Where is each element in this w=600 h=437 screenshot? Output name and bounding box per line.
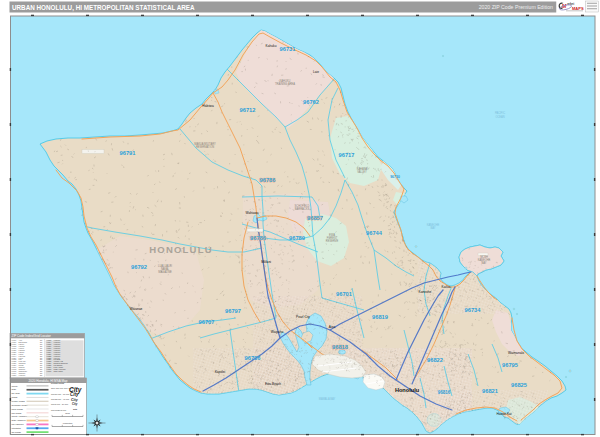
svg-text:96792: 96792	[131, 264, 147, 270]
svg-text:96762: 96762	[303, 99, 319, 105]
svg-text:City: City	[70, 392, 79, 397]
svg-text:96707: 96707	[199, 319, 215, 325]
svg-text:City: City	[71, 398, 79, 402]
svg-text:96797: 96797	[225, 308, 241, 314]
svg-text:96717: 96717	[339, 152, 355, 158]
svg-text:Kapolei: Kapolei	[215, 370, 226, 374]
svg-text:96712: 96712	[240, 107, 256, 113]
svg-text:96801: 96801	[12, 374, 17, 376]
svg-text:MAMALA BAY: MAMALA BAY	[319, 397, 336, 401]
svg-text:96701: 96701	[336, 291, 352, 297]
svg-text:Kahuku: Kahuku	[266, 44, 277, 48]
svg-text:Roads: Roads	[12, 396, 18, 398]
svg-text:Rail Roads: Rail Roads	[12, 412, 22, 414]
svg-text:HONOLULU: HONOLULU	[149, 244, 212, 255]
svg-text:Hawaii Kai: Hawaii Kai	[496, 412, 511, 416]
svg-text:96821: 96821	[482, 388, 498, 394]
svg-text:96734: 96734	[465, 307, 482, 313]
svg-text:County: County	[12, 385, 18, 387]
svg-text:Pearl City: Pearl City	[296, 315, 310, 319]
svg-text:ZIP Code: ZIP Code	[12, 392, 21, 394]
svg-text:OCEAN: OCEAN	[495, 115, 504, 119]
svg-text:US Highways: US Highways	[12, 423, 24, 425]
svg-text:Minor Roads: Minor Roads	[12, 408, 23, 410]
svg-text:96822: 96822	[427, 357, 443, 363]
svg-text:Aiea: Aiea	[329, 325, 336, 329]
svg-text:Secondary Roads: Secondary Roads	[12, 404, 28, 406]
svg-text:Laie: Laie	[313, 70, 319, 74]
svg-text:ZIP Code Index/Grid Locator: ZIP Code Index/Grid Locator	[12, 334, 51, 338]
svg-text:TRAINING AREA: TRAINING AREA	[275, 82, 295, 86]
svg-text:Honolulu: Honolulu	[19, 374, 26, 376]
svg-text:Waipahu: Waipahu	[271, 330, 284, 334]
svg-text:Toll Roads: Toll Roads	[12, 431, 21, 433]
svg-text:BAY: BAY	[431, 226, 436, 230]
svg-text:City: City	[72, 402, 78, 406]
svg-text:Wake Island: Wake Island	[54, 370, 63, 372]
svg-text:96789: 96789	[289, 235, 305, 241]
svg-text:96857: 96857	[307, 215, 323, 221]
svg-text:BARRACKS: BARRACKS	[295, 207, 310, 211]
svg-text:96818: 96818	[332, 344, 348, 350]
svg-text:PACIFIC: PACIFIC	[495, 111, 505, 115]
svg-text:Primary Roads: Primary Roads	[12, 400, 25, 402]
svg-text:96786: 96786	[250, 235, 266, 241]
svg-text:Miles: Miles	[65, 412, 70, 414]
svg-text:BAY: BAY	[482, 261, 487, 265]
svg-text:96819: 96819	[372, 314, 388, 320]
svg-text:POPULATION: POPULATION	[51, 382, 65, 384]
svg-text:Kilometers: Kilometers	[63, 422, 72, 424]
svg-text:96816: 96816	[438, 390, 451, 395]
svg-text:96795: 96795	[502, 362, 518, 368]
svg-text:Ewa Beach: Ewa Beach	[265, 382, 281, 386]
svg-text:96791: 96791	[120, 150, 136, 156]
svg-text:Kaneohe: Kaneohe	[419, 290, 432, 294]
svg-text:RESERVATION: RESERVATION	[196, 145, 214, 149]
svg-text:E5: E5	[40, 374, 42, 376]
svg-text:County Highways: County Highways	[12, 415, 28, 417]
svg-text:State Highways: State Highways	[12, 419, 26, 421]
svg-text:Waianae: Waianae	[130, 307, 143, 311]
svg-text:VALLEY: VALLEY	[357, 170, 367, 174]
svg-text:96825: 96825	[511, 382, 527, 388]
svg-text:96706: 96706	[245, 355, 261, 361]
svg-text:Honolulu: Honolulu	[395, 387, 420, 393]
svg-text:96744: 96744	[366, 230, 383, 236]
svg-text:MAGAZINE: MAGAZINE	[158, 270, 172, 274]
svg-text:96786: 96786	[260, 177, 276, 183]
svg-text:MAPS: MAPS	[572, 6, 584, 11]
svg-text:Kailua: Kailua	[442, 285, 451, 289]
svg-text:Haleiwa: Haleiwa	[202, 104, 214, 108]
svg-text:Waimanalo: Waimanalo	[508, 351, 524, 355]
svg-text:Wahiawa: Wahiawa	[246, 211, 259, 215]
svg-text:96730: 96730	[390, 175, 400, 179]
svg-text:URBAN HONOLULU, HI METROPOLITA: URBAN HONOLULU, HI METROPOLITAN STATISTI…	[12, 4, 195, 12]
svg-text:96898: 96898	[47, 370, 52, 372]
svg-text:96731: 96731	[280, 46, 296, 52]
svg-text:2020 ZIP Code Premium Edition: 2020 ZIP Code Premium Edition	[479, 4, 553, 10]
svg-text:Interstates: Interstates	[12, 427, 21, 429]
svg-text:RESERVE: RESERVE	[326, 239, 339, 243]
svg-text:Mililani: Mililani	[261, 260, 271, 264]
